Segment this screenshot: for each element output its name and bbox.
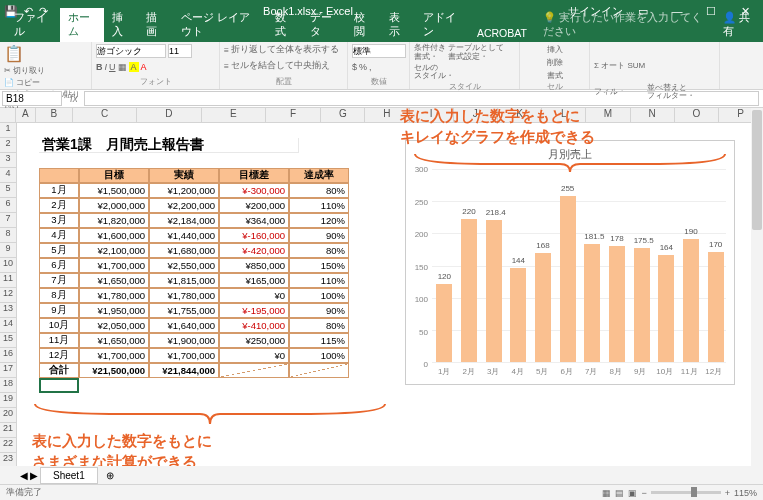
formula-bar[interactable] (84, 91, 759, 106)
column-header[interactable]: D (137, 108, 201, 123)
table-row-rate[interactable]: 100% (289, 348, 349, 363)
wrap-text-button[interactable]: 折り返して全体を表示する (231, 44, 339, 56)
row-header[interactable]: 1 (0, 123, 17, 138)
table-row-month[interactable]: 8月 (39, 288, 79, 303)
share-button[interactable]: 👤 共有 (715, 8, 763, 42)
table-total-diag[interactable] (289, 363, 349, 378)
tab-formulas[interactable]: 数式 (267, 8, 302, 42)
table-row-month[interactable]: 7月 (39, 273, 79, 288)
table-row-target[interactable]: ¥1,600,000 (79, 228, 149, 243)
align-top-icon[interactable]: ≡ (224, 45, 229, 55)
column-header[interactable]: O (675, 108, 719, 123)
table-row-diff[interactable]: ¥-420,000 (219, 243, 289, 258)
percent-icon[interactable]: % (359, 62, 367, 72)
table-row-diff[interactable]: ¥200,000 (219, 198, 289, 213)
underline-button[interactable]: U (109, 62, 116, 72)
font-name-select[interactable] (96, 44, 166, 58)
table-total-target[interactable]: ¥21,500,000 (79, 363, 149, 378)
column-header[interactable]: F (266, 108, 321, 123)
tab-draw[interactable]: 描画 (138, 8, 173, 42)
table-row-rate[interactable]: 80% (289, 318, 349, 333)
table-row-diff[interactable]: ¥165,000 (219, 273, 289, 288)
row-header[interactable]: 14 (0, 318, 17, 333)
table-row-diff[interactable]: ¥0 (219, 288, 289, 303)
cond-format-button[interactable]: 条件付き 書式・ (414, 44, 446, 62)
zoom-slider[interactable] (651, 491, 721, 494)
scrollbar-thumb[interactable] (752, 110, 762, 230)
column-header[interactable]: A (16, 108, 36, 123)
table-row-actual[interactable]: ¥1,200,000 (149, 183, 219, 198)
sheet-tab[interactable]: Sheet1 (40, 467, 98, 484)
tab-review[interactable]: 校閲 (346, 8, 381, 42)
table-row-diff[interactable]: ¥-195,000 (219, 303, 289, 318)
tab-view[interactable]: 表示 (381, 8, 416, 42)
row-header[interactable]: 9 (0, 243, 17, 258)
table-row-actual[interactable]: ¥1,780,000 (149, 288, 219, 303)
table-row-diff[interactable]: ¥0 (219, 348, 289, 363)
row-header[interactable]: 7 (0, 213, 17, 228)
embedded-chart[interactable]: 月別売上 050100150200250300 120220218.414416… (405, 140, 735, 385)
row-header[interactable]: 2 (0, 138, 17, 153)
row-header[interactable]: 16 (0, 348, 17, 363)
column-header[interactable]: E (202, 108, 266, 123)
format-cells-button[interactable]: 書式 (547, 70, 563, 81)
table-header[interactable] (39, 168, 79, 183)
table-row-month[interactable]: 11月 (39, 333, 79, 348)
sheet-nav-prev-icon[interactable]: ◀ (20, 470, 28, 481)
table-row-month[interactable]: 3月 (39, 213, 79, 228)
merge-center-button[interactable]: セルを結合して中央揃え (231, 60, 330, 72)
cell-styles-button[interactable]: セルの スタイル・ (414, 64, 454, 82)
table-total-label[interactable]: 合計 (39, 363, 79, 378)
column-header[interactable]: I (410, 108, 454, 123)
tab-home[interactable]: ホーム (60, 8, 104, 42)
table-format-button[interactable]: テーブルとして 書式設定・ (448, 44, 504, 62)
table-row-month[interactable]: 9月 (39, 303, 79, 318)
autosum-button[interactable]: Σ オート SUM (594, 62, 645, 71)
table-row-actual[interactable]: ¥2,200,000 (149, 198, 219, 213)
zoom-in-button[interactable]: + (725, 488, 730, 498)
row-header[interactable]: 12 (0, 288, 17, 303)
table-row-target[interactable]: ¥1,650,000 (79, 333, 149, 348)
font-color-button[interactable]: A (141, 62, 147, 72)
bold-button[interactable]: B (96, 62, 103, 72)
number-format-select[interactable] (352, 44, 406, 58)
fx-icon[interactable]: fx (64, 93, 84, 104)
view-normal-icon[interactable]: ▦ (602, 488, 611, 498)
row-header[interactable]: 21 (0, 423, 17, 438)
italic-button[interactable]: I (105, 62, 108, 72)
table-row-actual[interactable]: ¥1,900,000 (149, 333, 219, 348)
tell-me[interactable]: 💡 実行したい作業を入力してください (535, 8, 715, 42)
cut-button[interactable]: ✂ 切り取り (4, 65, 87, 76)
table-row-month[interactable]: 1月 (39, 183, 79, 198)
new-sheet-button[interactable]: ⊕ (100, 470, 120, 481)
table-row-actual[interactable]: ¥1,640,000 (149, 318, 219, 333)
table-row-rate[interactable]: 90% (289, 303, 349, 318)
table-row-actual[interactable]: ¥1,815,000 (149, 273, 219, 288)
currency-icon[interactable]: $ (352, 62, 357, 72)
comma-icon[interactable]: , (369, 62, 372, 72)
row-header[interactable]: 18 (0, 378, 17, 393)
row-header[interactable]: 17 (0, 363, 17, 378)
table-row-rate[interactable]: 80% (289, 183, 349, 198)
table-row-target[interactable]: ¥1,650,000 (79, 273, 149, 288)
column-header[interactable]: L (542, 108, 586, 123)
font-size-select[interactable] (168, 44, 192, 58)
paste-icon[interactable]: 📋 (4, 44, 24, 63)
table-row-target[interactable]: ¥2,000,000 (79, 198, 149, 213)
border-button[interactable]: ▦ (118, 62, 127, 72)
table-row-target[interactable]: ¥2,100,000 (79, 243, 149, 258)
fill-color-button[interactable]: A (129, 62, 139, 72)
column-header[interactable]: J (454, 108, 498, 123)
row-header[interactable]: 10 (0, 258, 17, 273)
table-row-rate[interactable]: 90% (289, 228, 349, 243)
table-row-target[interactable]: ¥1,950,000 (79, 303, 149, 318)
table-row-actual[interactable]: ¥1,755,000 (149, 303, 219, 318)
column-header[interactable]: C (73, 108, 137, 123)
zoom-out-button[interactable]: − (641, 488, 646, 498)
view-pagebreak-icon[interactable]: ▣ (628, 488, 637, 498)
table-row-diff[interactable]: ¥850,000 (219, 258, 289, 273)
delete-cells-button[interactable]: 削除 (547, 57, 563, 68)
copy-button[interactable]: 📄 コピー (4, 77, 87, 88)
table-row-diff[interactable]: ¥-300,000 (219, 183, 289, 198)
table-row-rate[interactable]: 150% (289, 258, 349, 273)
